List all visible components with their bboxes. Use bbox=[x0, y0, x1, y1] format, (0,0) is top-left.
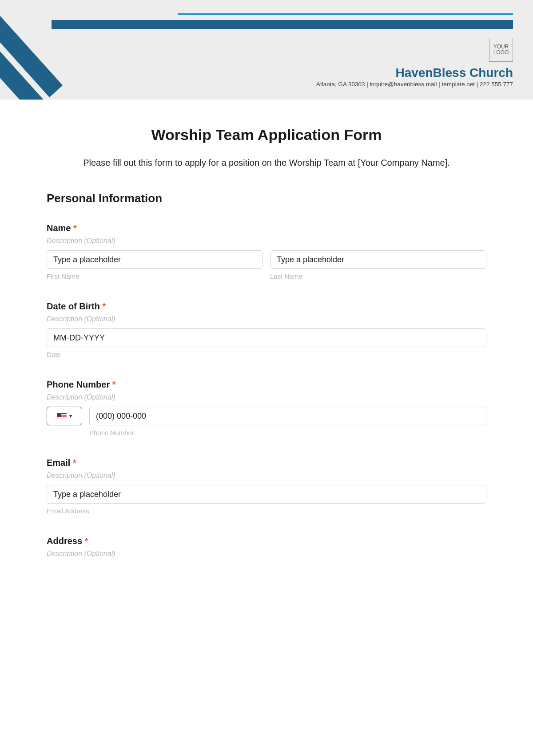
phone-label-text: Phone Number bbox=[47, 380, 110, 389]
form-intro: Please fill out this form to apply for a… bbox=[47, 156, 486, 169]
email-input[interactable]: Type a placeholder bbox=[47, 485, 486, 504]
name-label-text: Name bbox=[47, 223, 71, 233]
country-code-select[interactable]: ▾ bbox=[47, 407, 82, 425]
required-marker: * bbox=[73, 458, 76, 468]
decorative-stripe bbox=[178, 13, 513, 15]
required-marker: * bbox=[85, 536, 88, 546]
email-label: Email * bbox=[47, 458, 486, 468]
phone-desc: Description (Optional) bbox=[47, 393, 486, 401]
us-flag-icon bbox=[57, 413, 67, 419]
first-name-sublabel: First Name bbox=[47, 272, 263, 280]
logo-placeholder: YOUR LOGO bbox=[489, 38, 513, 62]
field-email: Email * Description (Optional) Type a pl… bbox=[47, 458, 486, 515]
chevron-down-icon: ▾ bbox=[69, 413, 72, 419]
email-label-text: Email bbox=[47, 458, 70, 468]
last-name-input[interactable]: Type a placeholder bbox=[270, 250, 486, 269]
last-name-sublabel: Last Name bbox=[270, 272, 486, 280]
address-desc: Description (Optional) bbox=[47, 550, 486, 558]
section-heading-personal: Personal Information bbox=[47, 192, 486, 205]
address-label-text: Address bbox=[47, 536, 82, 546]
first-name-input[interactable]: Type a placeholder bbox=[47, 250, 263, 269]
email-sublabel: Email Address bbox=[47, 507, 486, 515]
form-title: Worship Team Application Form bbox=[47, 126, 486, 144]
field-address: Address * Description (Optional) bbox=[47, 536, 486, 558]
church-name: HavenBless Church bbox=[395, 66, 513, 80]
required-marker: * bbox=[73, 223, 77, 233]
address-label: Address * bbox=[47, 536, 486, 546]
phone-label: Phone Number * bbox=[47, 380, 486, 390]
contact-line: Atlanta, GA 30303 | inquire@havenbless.m… bbox=[316, 81, 513, 88]
name-desc: Description (Optional) bbox=[47, 237, 486, 245]
dob-label-text: Date of Birth bbox=[47, 301, 100, 311]
dob-sublabel: Date bbox=[47, 351, 486, 358]
required-marker: * bbox=[112, 380, 116, 389]
name-label: Name * bbox=[47, 223, 486, 233]
dob-input[interactable]: MM-DD-YYYY bbox=[47, 328, 486, 347]
form-content: Worship Team Application Form Please fil… bbox=[0, 100, 533, 581]
field-name: Name * Description (Optional) Type a pla… bbox=[47, 223, 486, 280]
decorative-stripe bbox=[52, 20, 513, 29]
dob-label: Date of Birth * bbox=[47, 301, 486, 312]
phone-input[interactable]: (000) 000-000 bbox=[89, 407, 486, 425]
field-phone: Phone Number * Description (Optional) ▾ … bbox=[47, 380, 486, 436]
email-desc: Description (Optional) bbox=[47, 472, 486, 480]
page-header: YOUR LOGO HavenBless Church Atlanta, GA … bbox=[0, 0, 533, 100]
field-dob: Date of Birth * Description (Optional) M… bbox=[47, 301, 486, 358]
phone-sublabel: Phone Number bbox=[89, 429, 486, 436]
required-marker: * bbox=[103, 301, 106, 311]
dob-desc: Description (Optional) bbox=[47, 315, 486, 323]
